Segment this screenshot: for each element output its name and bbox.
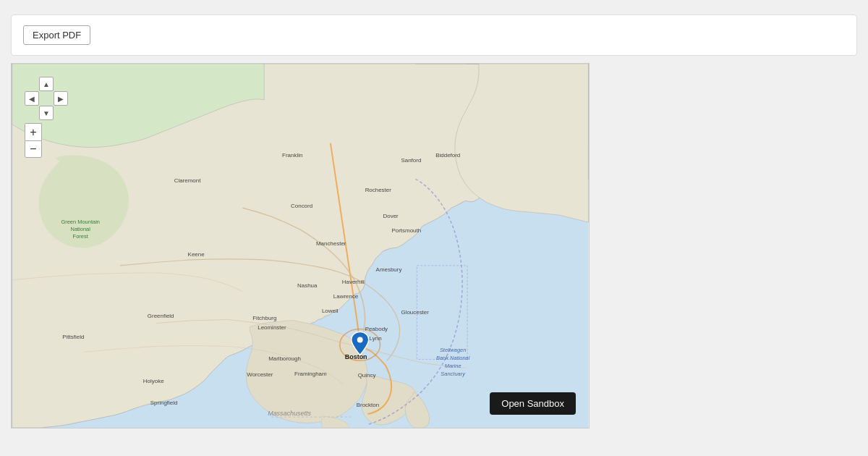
svg-text:Green Mountain: Green Mountain	[61, 219, 100, 225]
svg-text:Lawrence: Lawrence	[333, 293, 359, 300]
pan-right-button[interactable]: ▶	[54, 91, 68, 106]
svg-text:National: National	[71, 226, 91, 232]
svg-text:Bank National: Bank National	[436, 355, 470, 361]
map-container[interactable]: Franklin Concord Claremont Sanford Bidde…	[11, 63, 590, 428]
pan-up-button[interactable]: ▲	[39, 77, 54, 91]
svg-text:Lynn: Lynn	[370, 335, 382, 342]
svg-text:Peabody: Peabody	[365, 326, 388, 332]
zoom-in-button[interactable]: +	[25, 123, 42, 140]
svg-text:Sanctuary: Sanctuary	[441, 371, 466, 377]
svg-text:Amesbury: Amesbury	[376, 266, 402, 273]
zoom-out-button[interactable]: −	[25, 140, 42, 158]
svg-text:Worcester: Worcester	[247, 371, 273, 378]
svg-text:Franklin: Franklin	[282, 152, 302, 159]
svg-text:Springfield: Springfield	[150, 400, 178, 406]
pan-controls: ▲ ◀ ▶ ▼	[25, 77, 68, 120]
svg-text:Leominster: Leominster	[258, 324, 286, 331]
export-pdf-button[interactable]: Export PDF	[23, 25, 90, 45]
svg-text:Fitchburg: Fitchburg	[252, 315, 276, 321]
svg-text:Marlborough: Marlborough	[268, 355, 301, 362]
svg-text:Quincy: Quincy	[358, 372, 376, 379]
svg-text:Manchester: Manchester	[316, 240, 346, 247]
svg-text:Portsmouth: Portsmouth	[391, 227, 421, 234]
pan-left-button[interactable]: ◀	[25, 91, 39, 106]
svg-text:Dover: Dover	[383, 213, 399, 219]
svg-text:Stellwagen: Stellwagen	[440, 347, 467, 353]
svg-text:Sanford: Sanford	[401, 157, 421, 164]
map-svg: Franklin Concord Claremont Sanford Bidde…	[12, 64, 589, 428]
svg-text:Gloucester: Gloucester	[401, 309, 429, 316]
svg-text:Forest: Forest	[73, 233, 89, 240]
svg-text:Lowell: Lowell	[322, 308, 339, 314]
svg-point-55	[357, 337, 363, 342]
svg-text:Brockton: Brockton	[357, 402, 379, 408]
svg-text:Pittsfield: Pittsfield	[62, 334, 84, 340]
svg-text:Boston: Boston	[345, 353, 367, 360]
toolbar: Export PDF	[11, 14, 857, 56]
svg-text:Rochester: Rochester	[365, 187, 392, 193]
svg-text:Nashua: Nashua	[297, 282, 318, 289]
svg-text:Holyoke: Holyoke	[143, 378, 164, 384]
open-sandbox-button[interactable]: Open Sandbox	[490, 392, 576, 415]
pan-down-button[interactable]: ▼	[39, 106, 54, 120]
svg-text:Haverhill: Haverhill	[342, 279, 365, 285]
svg-text:Concord: Concord	[291, 203, 312, 209]
svg-text:Keene: Keene	[188, 251, 205, 258]
svg-text:Greenfield: Greenfield	[148, 313, 174, 319]
svg-text:Claremont: Claremont	[174, 177, 201, 184]
zoom-controls: + −	[25, 123, 68, 158]
svg-text:Marine: Marine	[445, 363, 461, 369]
svg-text:Biddeford: Biddeford	[435, 152, 460, 159]
svg-text:Framingham: Framingham	[294, 371, 327, 377]
nav-controls: ▲ ◀ ▶ ▼ + −	[25, 77, 68, 158]
svg-text:Massachusetts: Massachusetts	[268, 410, 311, 417]
